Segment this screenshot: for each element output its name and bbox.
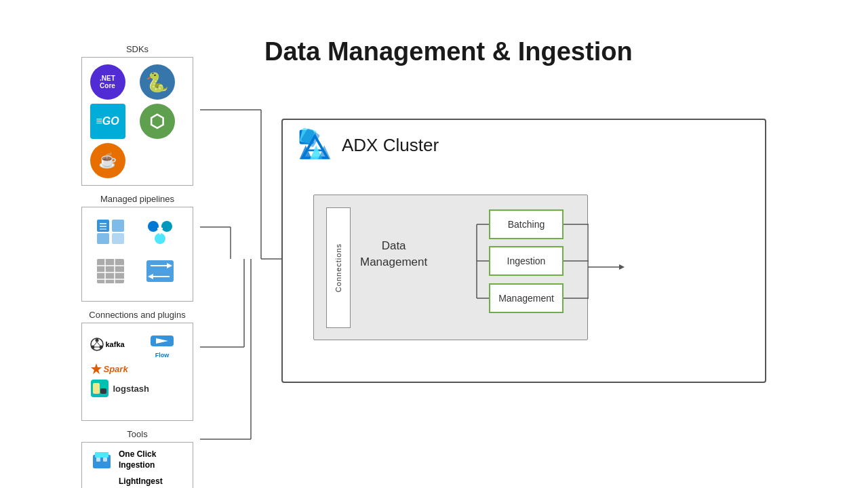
dm-label: Data Management bbox=[360, 238, 427, 270]
svg-marker-65 bbox=[300, 146, 312, 159]
go-icon: ≡GO bbox=[90, 104, 125, 139]
batching-box: Batching bbox=[489, 209, 564, 239]
connections-vertical-text: Connections bbox=[334, 243, 342, 292]
svg-line-48 bbox=[97, 342, 100, 346]
java-icon: ☕ bbox=[90, 143, 125, 178]
sdks-section: SDKs .NETCore 🐍 ≡GO ⬡ ☕ bbox=[81, 44, 193, 186]
managed-pipelines-section: Managed pipelines bbox=[81, 194, 193, 302]
svg-rect-21 bbox=[112, 220, 124, 232]
connections-box: kafka Flow Spark bbox=[81, 323, 193, 421]
logstash-icon: logstash bbox=[90, 379, 185, 398]
svg-rect-59 bbox=[103, 458, 107, 462]
svg-rect-54 bbox=[93, 383, 100, 394]
spark-icon: Spark bbox=[90, 363, 136, 375]
adf-icon bbox=[90, 214, 131, 249]
python-icon: 🐍 bbox=[140, 64, 175, 100]
svg-rect-58 bbox=[96, 458, 100, 462]
ingestion-box: Ingestion bbox=[489, 246, 564, 276]
tools-section: Tools One ClickIngestion LightIngest bbox=[81, 429, 193, 488]
adx-cluster-box: ADX Cluster Connections Data Management … bbox=[281, 119, 766, 383]
dm-inner-box: Connections Data Management Batching Ing… bbox=[313, 195, 588, 340]
sdk-grid: .NETCore 🐍 ≡GO ⬡ ☕ bbox=[90, 64, 185, 178]
svg-point-28 bbox=[161, 221, 172, 232]
sdks-box: .NETCore 🐍 ≡GO ⬡ ☕ bbox=[81, 57, 193, 186]
connections-label: Connections and plugins bbox=[89, 310, 185, 320]
adx-logo bbox=[296, 127, 334, 164]
managed-pipelines-box bbox=[81, 207, 193, 302]
svg-line-47 bbox=[94, 342, 97, 346]
sdks-label: SDKs bbox=[126, 44, 149, 54]
svg-rect-57 bbox=[95, 452, 108, 458]
adx-title: ADX Cluster bbox=[342, 135, 439, 156]
svg-point-45 bbox=[91, 346, 94, 349]
tools-box: One ClickIngestion LightIngest bbox=[81, 442, 193, 488]
connections-vertical-box: Connections bbox=[326, 207, 351, 328]
svg-rect-20 bbox=[97, 220, 109, 232]
page-title: Data Management & Ingestion bbox=[264, 37, 633, 66]
pipeline-grid bbox=[90, 214, 185, 289]
svg-rect-38 bbox=[146, 260, 174, 282]
tools-label: Tools bbox=[127, 429, 147, 439]
import-export-icon bbox=[140, 253, 180, 289]
managed-pipelines-label: Managed pipelines bbox=[100, 194, 174, 204]
nodejs-icon: ⬡ bbox=[140, 104, 175, 139]
kafka-icon: kafka bbox=[90, 338, 136, 351]
svg-marker-52 bbox=[91, 363, 102, 374]
svg-point-46 bbox=[99, 346, 102, 349]
svg-rect-23 bbox=[112, 233, 124, 244]
svg-point-27 bbox=[148, 221, 159, 232]
flow-icon: Flow bbox=[140, 330, 185, 359]
one-click-ingestion-label: One ClickIngestion bbox=[119, 449, 156, 470]
svg-rect-22 bbox=[97, 233, 109, 244]
table-storage-icon bbox=[90, 253, 131, 289]
svg-point-29 bbox=[155, 233, 165, 244]
lightingest-label: LightIngest bbox=[119, 476, 163, 486]
svg-marker-67 bbox=[318, 146, 330, 159]
svg-marker-78 bbox=[619, 264, 625, 270]
stream-analytics-icon bbox=[140, 214, 180, 249]
connections-section: Connections and plugins kafka bbox=[81, 310, 193, 421]
svg-rect-55 bbox=[100, 388, 106, 394]
left-panels: SDKs .NETCore 🐍 ≡GO ⬡ ☕ Managed pipeline… bbox=[81, 44, 193, 488]
sub-management-box: Management bbox=[489, 283, 564, 313]
dotnet-icon: .NETCore bbox=[90, 64, 125, 100]
adx-header: ADX Cluster bbox=[283, 120, 765, 171]
svg-point-44 bbox=[95, 339, 98, 342]
